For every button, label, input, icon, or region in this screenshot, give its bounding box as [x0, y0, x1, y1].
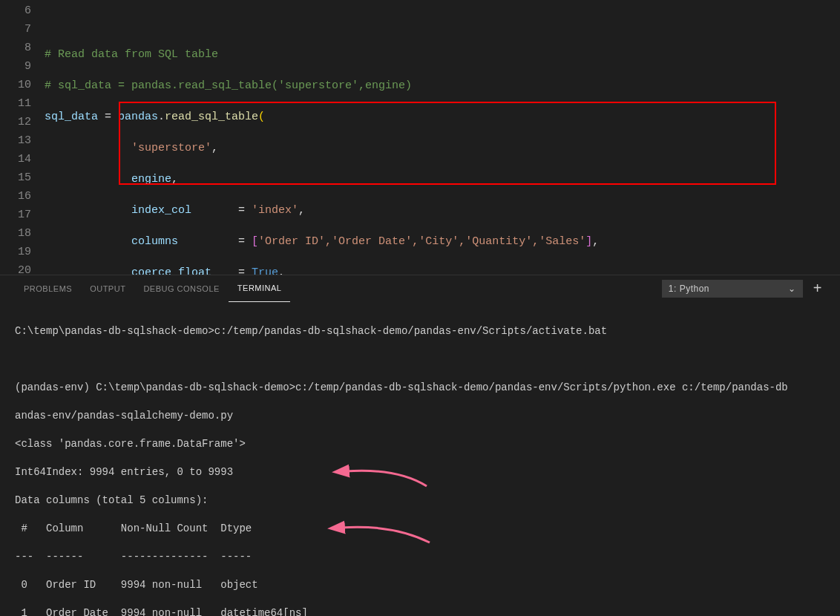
line-number: 19 [0, 243, 31, 261]
code-token: 'superstore' [131, 142, 211, 154]
annotation-arrow [321, 506, 437, 554]
code-token: pandas [118, 111, 158, 123]
line-number: 9 [0, 57, 31, 76]
line-number: 15 [0, 168, 31, 187]
code-token: True [252, 266, 278, 275]
terminal-line: --- ------ -------------- ----- [15, 551, 252, 563]
line-number: 6 [0, 1, 31, 20]
terminal-selector[interactable]: 1: Python ⌄ [662, 280, 803, 298]
code-token: , [592, 235, 599, 248]
line-number: 17 [0, 206, 31, 224]
terminal-output[interactable]: C:\temp\pandas-db-sqlshack-demo>c:/temp/… [0, 301, 840, 616]
terminal-line: # Column Non-Null Count Dtype [15, 522, 252, 534]
panel-tab-bar: PROBLEMS OUTPUT DEBUG CONSOLE TERMINAL 1… [0, 275, 840, 301]
terminal-line: 0 Order ID 9994 non-null object [15, 579, 258, 591]
terminal-line: (pandas-env) C:\temp\pandas-db-sqlshack-… [15, 381, 788, 393]
code-token: = [178, 235, 252, 248]
terminal-line: Int64Index: 9994 entries, 0 to 9993 [15, 466, 233, 478]
line-number: 7 [0, 20, 31, 39]
line-number: 18 [0, 224, 31, 243]
terminal-selector-label: 1: Python [669, 284, 709, 294]
code-token: coerce_float [131, 266, 211, 275]
line-number: 12 [0, 113, 31, 131]
line-number: 14 [0, 150, 31, 168]
code-token: 'Order ID','Order Date','City','Quantity… [258, 235, 585, 248]
code-token: = [191, 204, 252, 217]
tab-debug-console[interactable]: DEBUG CONSOLE [134, 275, 228, 302]
code-token: [ [252, 235, 258, 248]
code-token: , [298, 204, 305, 217]
line-number: 11 [0, 94, 31, 113]
code-comment: # sql_data = pandas.read_sql_table('supe… [45, 79, 412, 92]
code-token: ] [585, 235, 592, 248]
line-number: 20 [0, 261, 31, 275]
annotation-arrow [325, 450, 434, 498]
chevron-down-icon: ⌄ [788, 284, 796, 294]
code-token: = [211, 266, 252, 275]
terminal-line: 1 Order Date 9994 non-null datetime64[ns… [15, 607, 308, 616]
line-number: 8 [0, 39, 31, 57]
code-token: sql_data [45, 111, 98, 123]
code-token: , [278, 266, 285, 275]
line-number: 10 [0, 76, 31, 94]
code-comment: # Read data from SQL table [45, 48, 218, 61]
line-number: 16 [0, 187, 31, 206]
code-token: columns [131, 235, 178, 248]
tab-terminal[interactable]: TERMINAL [229, 275, 291, 302]
new-terminal-button[interactable]: + [810, 280, 825, 297]
code-token: index_col [131, 204, 191, 217]
code-token: 'index' [252, 204, 298, 217]
terminal-line: C:\temp\pandas-db-sqlshack-demo>c:/temp/… [15, 325, 607, 337]
terminal-line: Data columns (total 5 columns): [15, 494, 208, 506]
tab-problems[interactable]: PROBLEMS [15, 275, 81, 302]
code-token: read_sql_table [165, 111, 258, 123]
code-token: = [98, 111, 118, 123]
code-token: , [211, 142, 218, 154]
code-token: ( [258, 111, 265, 123]
code-content[interactable]: # Read data from SQL table # sql_data = … [45, 0, 840, 275]
code-editor: 6 7 8 9 10 11 12 13 14 15 16 17 18 19 20… [0, 0, 840, 275]
tab-output[interactable]: OUTPUT [81, 275, 134, 302]
code-token: . [158, 111, 165, 123]
line-gutter: 6 7 8 9 10 11 12 13 14 15 16 17 18 19 20 [0, 0, 45, 275]
terminal-line: <class 'pandas.core.frame.DataFrame'> [15, 438, 246, 450]
terminal-line: andas-env/pandas-sqlalchemy-demo.py [15, 410, 233, 422]
line-number: 13 [0, 131, 31, 150]
code-token: engine [131, 173, 171, 186]
code-token: , [171, 173, 178, 186]
